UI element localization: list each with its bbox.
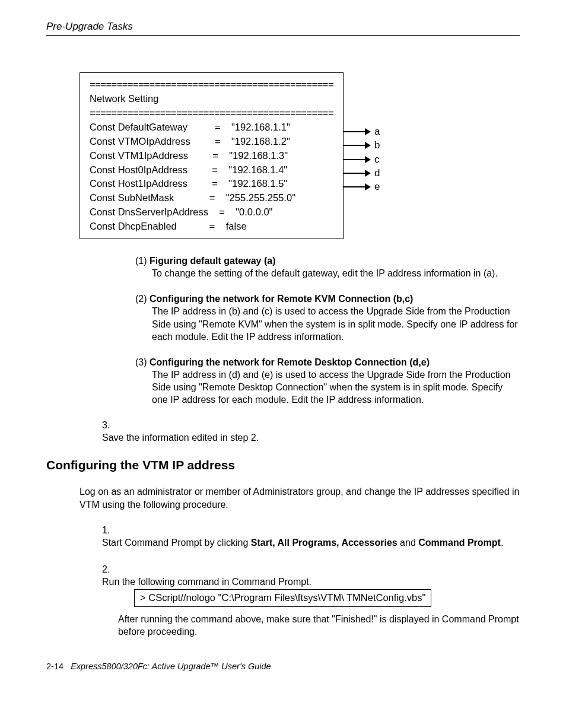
intro-paragraph: Log on as an administrator or member of … bbox=[80, 485, 520, 510]
arrow-label: b bbox=[374, 139, 380, 151]
cfg-row-eq: = bbox=[212, 150, 218, 161]
network-setting-row: ========================================… bbox=[80, 72, 520, 239]
footer-page-number: 2-14 bbox=[46, 662, 63, 671]
arrow-label: c bbox=[374, 154, 380, 166]
sub-item-title: Configuring the network for Remote KVM C… bbox=[150, 294, 413, 304]
sub-item-2: (2) Configuring the network for Remote K… bbox=[135, 293, 520, 342]
arrow-head-icon bbox=[365, 170, 371, 177]
page-footer: 2-14 Express5800/320Fc: Active Upgrade™ … bbox=[46, 662, 520, 671]
step-text: Run the following command in Command Pro… bbox=[102, 576, 505, 588]
arrow-a: a bbox=[344, 125, 380, 138]
sub-item-body: To change the setting of the default gat… bbox=[152, 267, 520, 279]
arrow-head-icon bbox=[365, 156, 371, 163]
step1-bold-1: Start, All Programs, Accessories bbox=[251, 538, 398, 548]
cfg-row-key: Const DhcpEnabled bbox=[90, 221, 177, 231]
cfg-row-eq: = bbox=[209, 221, 215, 231]
sub-item-title: Configuring the network for Remote Deskt… bbox=[150, 357, 430, 367]
step1-prefix: Start Command Prompt by clicking bbox=[102, 538, 251, 548]
arrow-shaft-icon bbox=[344, 186, 365, 187]
cfg-row-eq: = bbox=[219, 206, 225, 217]
page-header: Pre-Upgrade Tasks bbox=[46, 21, 520, 36]
procedure-step-1: 1.Start Command Prompt by clicking Start… bbox=[102, 524, 520, 549]
arrow-e: e bbox=[344, 180, 380, 194]
cfg-row-key: Const VTM1IpAddress bbox=[90, 150, 188, 161]
cfg-row-val: "0.0.0.0" bbox=[236, 206, 272, 217]
cfg-row-key: Const DnsServerIpAddress bbox=[90, 206, 208, 217]
box-divider-mid: ========================================… bbox=[90, 107, 333, 118]
cfg-row-eq: = bbox=[212, 178, 218, 189]
cfg-row-val: "192.168.1.4" bbox=[228, 164, 287, 175]
footer-title: Express5800/320Fc: Active Upgrade™ User'… bbox=[71, 662, 271, 671]
cfg-row-key: Const Host0IpAddress bbox=[90, 164, 187, 175]
cfg-row-key: Const DefaultGateway bbox=[90, 122, 187, 132]
box-section-title: Network Setting bbox=[90, 93, 158, 104]
arrow-label: a bbox=[374, 126, 380, 138]
arrow-head-icon bbox=[365, 142, 371, 149]
cfg-row-val: "192.168.1.2" bbox=[231, 136, 290, 147]
procedure-step-3: 3.Save the information edited in step 2. bbox=[102, 419, 520, 444]
cfg-row-key: Const VTMOIpAddress bbox=[90, 136, 190, 147]
cfg-row-eq: = bbox=[209, 192, 215, 203]
arrow-head-icon bbox=[365, 183, 371, 190]
arrow-label: d bbox=[374, 167, 380, 179]
sub-item-1: (1) Figuring default gateway (a) To chan… bbox=[135, 255, 520, 279]
cfg-row-key: Const SubNetMask bbox=[90, 192, 174, 203]
step-number: 3. bbox=[102, 419, 118, 431]
cfg-row-eq: = bbox=[215, 136, 221, 147]
sub-item-num: (3) bbox=[135, 356, 147, 368]
sub-item-body: The IP address in (b) and (c) is used to… bbox=[152, 305, 520, 342]
arrow-c: c bbox=[344, 152, 380, 166]
step1-bold-2: Command Prompt bbox=[418, 538, 501, 548]
procedure-step-2: 2.Run the following command in Command P… bbox=[102, 563, 520, 638]
cfg-row-eq: = bbox=[215, 122, 221, 132]
arrow-column: a b c d e bbox=[344, 72, 380, 239]
step-number: 2. bbox=[102, 563, 118, 576]
section-heading: Configuring the VTM IP address bbox=[46, 458, 520, 472]
arrow-shaft-icon bbox=[344, 145, 365, 146]
box-divider-top: ========================================… bbox=[90, 79, 333, 90]
arrow-head-icon bbox=[365, 128, 371, 135]
step2-after-text: After running the command above, make su… bbox=[118, 613, 520, 638]
arrow-shaft-icon bbox=[344, 131, 365, 132]
cfg-row-key: Const Host1IpAddress bbox=[90, 178, 187, 189]
cfg-row-val: "192.168.1.3" bbox=[229, 150, 288, 161]
arrow-b: b bbox=[344, 139, 380, 152]
arrow-d: d bbox=[344, 166, 380, 180]
cfg-row-val: "255.255.255.0" bbox=[226, 192, 295, 203]
step-number: 1. bbox=[102, 524, 118, 536]
header-text: Pre-Upgrade Tasks bbox=[46, 21, 133, 32]
cfg-row-val: false bbox=[226, 221, 247, 231]
arrow-shaft-icon bbox=[344, 159, 365, 160]
sub-item-title: Figuring default gateway (a) bbox=[150, 256, 275, 266]
sub-item-num: (2) bbox=[135, 293, 147, 305]
step2-inner: > CScript//nologo "C:\Program Files\ftsy… bbox=[118, 588, 520, 638]
cfg-row-eq: = bbox=[212, 164, 218, 175]
page-root: Pre-Upgrade Tasks ======================… bbox=[0, 0, 566, 688]
sub-item-body: The IP address in (d) and (e) is used to… bbox=[152, 368, 520, 406]
step-text: Start Command Prompt by clicking Start, … bbox=[102, 536, 505, 549]
command-box: > CScript//nologo "C:\Program Files\ftsy… bbox=[134, 589, 431, 607]
arrow-shaft-icon bbox=[344, 173, 365, 174]
sub-item-3: (3) Configuring the network for Remote D… bbox=[135, 356, 520, 406]
cfg-row-val: "192.168.1.1" bbox=[231, 122, 290, 132]
step-text: Save the information edited in step 2. bbox=[102, 431, 505, 444]
sub-item-num: (1) bbox=[135, 255, 147, 267]
arrow-label: e bbox=[374, 181, 380, 193]
step1-mid: and bbox=[398, 538, 419, 548]
step1-suffix: . bbox=[501, 538, 503, 548]
network-setting-box: ========================================… bbox=[80, 72, 344, 239]
cfg-row-val: "192.168.1.5" bbox=[228, 178, 287, 189]
